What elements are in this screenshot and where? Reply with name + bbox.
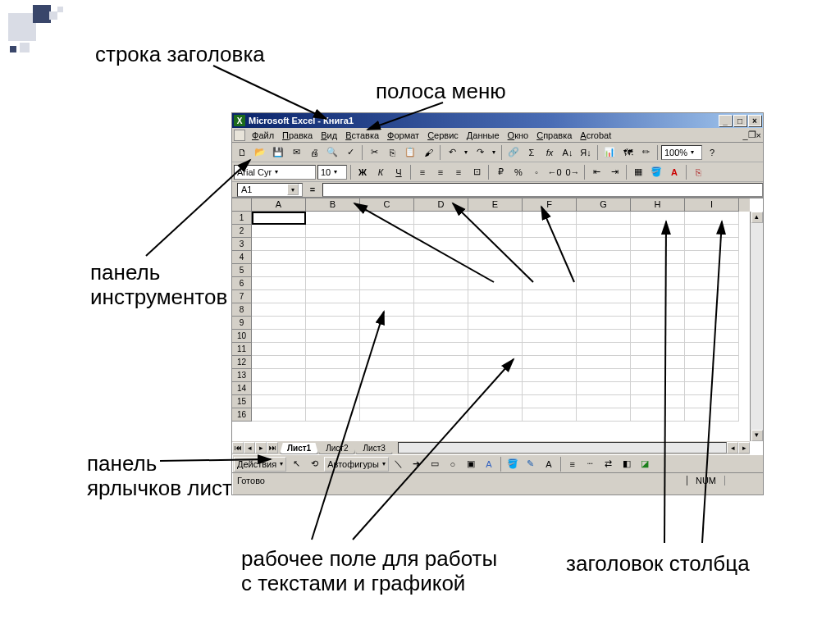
cell[interactable] (577, 212, 631, 225)
cell[interactable] (577, 343, 631, 356)
cell[interactable] (468, 303, 523, 317)
cell[interactable] (685, 238, 739, 251)
cell[interactable] (252, 382, 306, 395)
row-header-14[interactable]: 14 (232, 382, 252, 395)
cell[interactable] (360, 277, 414, 290)
cell[interactable] (577, 277, 631, 290)
open-icon[interactable]: 📂 (252, 144, 268, 161)
cell[interactable] (252, 356, 306, 369)
cell[interactable] (631, 369, 685, 382)
row-header-8[interactable]: 8 (232, 303, 252, 317)
cell[interactable] (577, 408, 631, 422)
cell[interactable] (414, 225, 468, 238)
cell[interactable] (631, 330, 685, 343)
cell[interactable] (631, 356, 685, 369)
cell[interactable] (252, 408, 306, 422)
cell[interactable] (414, 264, 468, 277)
cell[interactable] (360, 317, 414, 330)
col-header-B[interactable]: B (306, 198, 360, 212)
cell[interactable] (306, 343, 360, 356)
select-all-corner[interactable] (232, 198, 252, 212)
menu-format[interactable]: Формат (383, 130, 423, 141)
cell[interactable] (414, 238, 468, 251)
cell[interactable] (414, 395, 468, 408)
cell[interactable] (306, 330, 360, 343)
cell[interactable] (306, 277, 360, 290)
cell[interactable] (523, 277, 577, 290)
cell[interactable] (360, 251, 414, 264)
merge-icon[interactable]: ⊡ (468, 164, 485, 180)
row-header-16[interactable]: 16 (232, 408, 252, 422)
autoshapes-dropdown[interactable]: Автофигуры▾ (324, 457, 389, 472)
comma-icon[interactable]: ◦ (528, 164, 545, 180)
fx-icon[interactable]: fx (541, 144, 558, 161)
line-color-icon[interactable]: ✎ (523, 456, 539, 472)
font-color-icon[interactable]: A (666, 164, 682, 180)
cell[interactable] (631, 212, 685, 225)
underline-icon[interactable]: Ч (390, 164, 407, 180)
vertical-scrollbar[interactable]: ▴ ▾ (750, 212, 763, 441)
cell[interactable] (685, 251, 739, 264)
font-color-draw-icon[interactable]: A (541, 456, 557, 472)
row-header-9[interactable]: 9 (232, 317, 252, 330)
worksheet-grid[interactable]: A B C D E F G H I ▴ ▾ ⏮ ◂ ▸ ⏭ Лист1 Лист… (232, 198, 763, 454)
cell[interactable] (306, 408, 360, 422)
tab-nav-last[interactable]: ⏭ (267, 442, 278, 454)
cell[interactable] (468, 343, 523, 356)
cell[interactable] (360, 290, 414, 303)
copy-icon[interactable]: ⎘ (384, 144, 400, 161)
cell[interactable] (360, 212, 414, 225)
cell[interactable] (360, 225, 414, 238)
cell[interactable] (414, 369, 468, 382)
fill-draw-icon[interactable]: 🪣 (504, 456, 521, 472)
cell[interactable] (306, 251, 360, 264)
drawing-icon[interactable]: ✏ (637, 144, 654, 161)
row-header-10[interactable]: 10 (232, 330, 252, 343)
cell[interactable] (577, 225, 631, 238)
cell[interactable] (468, 277, 523, 290)
cell[interactable] (414, 251, 468, 264)
cell[interactable] (306, 303, 360, 317)
cell[interactable] (523, 238, 577, 251)
cell[interactable] (360, 408, 414, 422)
pdf-icon[interactable]: ⎘ (690, 164, 706, 180)
minimize-button[interactable]: _ (719, 115, 732, 126)
cell[interactable] (523, 290, 577, 303)
cell[interactable] (468, 395, 523, 408)
cell[interactable] (468, 369, 523, 382)
zoom-combo[interactable]: 100%▾ (661, 145, 702, 160)
row-header-15[interactable]: 15 (232, 395, 252, 408)
cell[interactable] (468, 330, 523, 343)
tab-nav-next[interactable]: ▸ (255, 442, 267, 454)
cell[interactable] (523, 212, 577, 225)
scroll-up-icon[interactable]: ▴ (751, 212, 763, 223)
menu-window[interactable]: Окно (504, 130, 533, 141)
arrow-style-icon[interactable]: ⇄ (600, 456, 617, 472)
menu-data[interactable]: Данные (463, 130, 504, 141)
close-button[interactable]: × (748, 115, 761, 126)
cell[interactable] (414, 303, 468, 317)
cell[interactable] (685, 369, 739, 382)
scroll-down-icon[interactable]: ▾ (751, 430, 763, 441)
italic-icon[interactable]: К (372, 164, 389, 180)
row-header-6[interactable]: 6 (232, 277, 252, 290)
title-bar[interactable]: X Microsoft Excel - Книга1 _ □ × (232, 113, 763, 128)
cell[interactable] (631, 408, 685, 422)
cell[interactable] (360, 356, 414, 369)
cell[interactable] (631, 395, 685, 408)
map-icon[interactable]: 🗺 (619, 144, 636, 161)
cell[interactable] (360, 238, 414, 251)
row-header-12[interactable]: 12 (232, 356, 252, 369)
cell[interactable] (468, 251, 523, 264)
indent-right-icon[interactable]: ⇥ (606, 164, 623, 180)
actions-dropdown[interactable]: Действия▾ (234, 457, 286, 472)
cell[interactable] (523, 317, 577, 330)
row-header-4[interactable]: 4 (232, 251, 252, 264)
redo-icon[interactable]: ↷ (472, 144, 488, 161)
chart-icon[interactable]: 📊 (601, 144, 618, 161)
cell[interactable] (577, 356, 631, 369)
cell[interactable] (631, 343, 685, 356)
cell[interactable] (631, 317, 685, 330)
cell[interactable] (577, 330, 631, 343)
cell[interactable] (468, 225, 523, 238)
